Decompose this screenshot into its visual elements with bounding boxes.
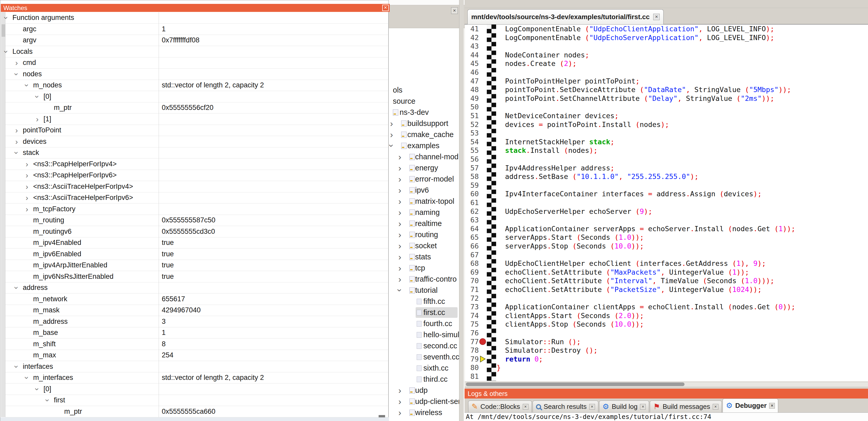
- line-number[interactable]: 50: [470, 103, 479, 111]
- tree-vertical-scrollbar[interactable]: [459, 0, 464, 421]
- chevron-right-icon[interactable]: ›: [396, 196, 404, 207]
- line-number[interactable]: 65: [470, 233, 479, 242]
- tree-item-udp[interactable]: ›udp: [387, 385, 465, 396]
- chevron-down-icon[interactable]: ›: [32, 93, 43, 101]
- watch-row[interactable]: m_ptr0x55555556cf20: [5, 102, 388, 114]
- tree-item-fifth-cc[interactable]: fifth.cc: [387, 296, 465, 307]
- tree-item-first-cc[interactable]: first.cc: [387, 307, 465, 318]
- code-editor[interactable]: 4142434445464748495051525354555657585960…: [465, 25, 868, 382]
- watch-row[interactable]: ›address: [5, 282, 388, 293]
- line-number[interactable]: 54: [470, 137, 479, 147]
- chevron-down-icon[interactable]: ›: [394, 287, 406, 294]
- line-number[interactable]: 59: [470, 181, 479, 190]
- chevron-right-icon[interactable]: ›: [396, 207, 404, 218]
- tree-item-traffic-contro[interactable]: ›traffic-contro: [387, 273, 465, 285]
- line-number[interactable]: 55: [470, 146, 479, 155]
- watch-row[interactable]: ›first: [5, 395, 388, 406]
- watch-row[interactable]: ›cmd: [5, 57, 388, 68]
- tree-item-energy[interactable]: ›energy: [387, 162, 465, 173]
- close-icon[interactable]: ✕: [653, 14, 660, 20]
- tree-item-tutorial[interactable]: ›tutorial: [387, 285, 465, 296]
- watches-vertical-scrollbar[interactable]: [1, 12, 5, 417]
- logs-tab-debugger[interactable]: ⚙Debugger✕: [722, 398, 778, 413]
- line-number[interactable]: 77: [470, 337, 479, 346]
- line-number[interactable]: 46: [470, 68, 479, 77]
- chevron-right-icon[interactable]: ›: [396, 396, 404, 407]
- chevron-right-icon[interactable]: ›: [396, 173, 404, 185]
- chevron-right-icon[interactable]: ›: [396, 251, 404, 262]
- breakpoint-icon[interactable]: [479, 338, 486, 345]
- editor-file-tab[interactable]: mnt/dev/tools/source/ns-3-dev/examples/t…: [467, 9, 663, 24]
- line-number[interactable]: 78: [470, 346, 479, 355]
- chevron-down-icon[interactable]: ›: [11, 70, 22, 78]
- line-number[interactable]: 69: [470, 268, 479, 277]
- tree-item-naming[interactable]: ›naming: [387, 207, 465, 218]
- close-icon[interactable]: ✕: [713, 404, 718, 410]
- watch-row[interactable]: ›m_nodesstd::vector of length 2, capacit…: [5, 79, 388, 91]
- line-number[interactable]: 56: [470, 155, 479, 164]
- close-icon[interactable]: ✕: [451, 7, 458, 14]
- tree-item-seventh-cc[interactable]: seventh.cc: [387, 351, 465, 362]
- line-number[interactable]: 80: [470, 363, 479, 372]
- watch-row[interactable]: m_ipv4ArpJitterEnabledtrue: [5, 260, 388, 271]
- line-number[interactable]: 70: [470, 277, 479, 285]
- line-number[interactable]: 81: [470, 372, 479, 381]
- watch-row[interactable]: m_ipv6NsRsJitterEnabledtrue: [5, 271, 388, 282]
- line-number[interactable]: 76: [470, 329, 479, 337]
- chevron-right-icon[interactable]: ›: [396, 240, 404, 251]
- close-icon[interactable]: ✕: [589, 404, 595, 410]
- breakpoint-gutter[interactable]: [487, 25, 496, 381]
- line-number[interactable]: 44: [470, 51, 479, 60]
- watch-row[interactable]: ›devices: [5, 136, 388, 148]
- tree-item-stats[interactable]: ›stats: [387, 251, 465, 262]
- chevron-right-icon[interactable]: ›: [388, 118, 396, 129]
- chevron-down-icon[interactable]: ›: [32, 385, 43, 393]
- line-number[interactable]: 68: [470, 259, 479, 268]
- line-number[interactable]: 53: [470, 129, 479, 137]
- chevron-right-icon[interactable]: ›: [396, 273, 404, 285]
- tree-item-realtime[interactable]: ›realtime: [387, 218, 465, 229]
- watch-row[interactable]: m_max254: [5, 350, 388, 361]
- tree-item-wireless[interactable]: ›wireless: [387, 407, 465, 418]
- line-number[interactable]: 51: [470, 111, 479, 120]
- chevron-down-icon[interactable]: ›: [1, 14, 12, 22]
- close-icon[interactable]: ✕: [769, 403, 775, 409]
- logs-tab-build-log[interactable]: ⚙Build log✕: [599, 400, 649, 413]
- tree-item-source[interactable]: source: [387, 96, 465, 107]
- current-line-arrow-icon[interactable]: [479, 356, 486, 362]
- chevron-right-icon[interactable]: ›: [396, 185, 404, 196]
- logs-tab-search-results[interactable]: Search results✕: [533, 400, 598, 413]
- watch-row[interactable]: m_address3: [5, 316, 388, 327]
- line-number[interactable]: 41: [470, 25, 479, 33]
- chevron-down-icon[interactable]: ›: [1, 48, 12, 56]
- editor-hscroll-thumb[interactable]: [466, 383, 684, 386]
- tree-item-channel-mod[interactable]: ›channel-mod: [387, 151, 465, 162]
- line-number[interactable]: 48: [470, 85, 479, 94]
- watch-row[interactable]: ›Locals: [5, 46, 388, 57]
- watch-row[interactable]: m_mask4294967040: [5, 304, 388, 316]
- watch-row[interactable]: ›m_interfacesstd::vector of length 2, ca…: [5, 372, 388, 384]
- watch-row[interactable]: m_ipv6Enabledtrue: [5, 249, 388, 260]
- tree-item-hello-simul[interactable]: hello-simul: [387, 329, 465, 340]
- tree-item-routing[interactable]: ›routing: [387, 229, 465, 240]
- chevron-right-icon[interactable]: ›: [396, 262, 404, 273]
- chevron-down-icon[interactable]: ›: [21, 82, 33, 89]
- line-number[interactable]: 45: [470, 59, 479, 68]
- chevron-right-icon[interactable]: ›: [13, 125, 21, 136]
- line-number[interactable]: 75: [470, 320, 479, 329]
- tree-item-ns-3-dev[interactable]: ns-3-dev: [387, 107, 465, 118]
- watches-column-divider[interactable]: [159, 12, 159, 417]
- chevron-right-icon[interactable]: ›: [13, 57, 21, 68]
- watches-titlebar[interactable]: Watches: [1, 4, 390, 12]
- chevron-right-icon[interactable]: ›: [396, 151, 404, 162]
- watch-row[interactable]: ›<ns3::PcapHelperForIpv4>: [5, 159, 388, 170]
- chevron-right-icon[interactable]: ›: [396, 162, 404, 173]
- watch-row[interactable]: m_ptr0x5555555ca660: [5, 406, 388, 417]
- tree-item-error-model[interactable]: ›error-model: [387, 173, 465, 185]
- chevron-right-icon[interactable]: ›: [396, 218, 404, 229]
- line-number[interactable]: 47: [470, 77, 479, 86]
- chevron-down-icon[interactable]: ›: [11, 284, 22, 292]
- chevron-right-icon[interactable]: ›: [388, 129, 396, 140]
- close-icon[interactable]: ✕: [523, 404, 528, 410]
- tree-item-socket[interactable]: ›socket: [387, 240, 465, 251]
